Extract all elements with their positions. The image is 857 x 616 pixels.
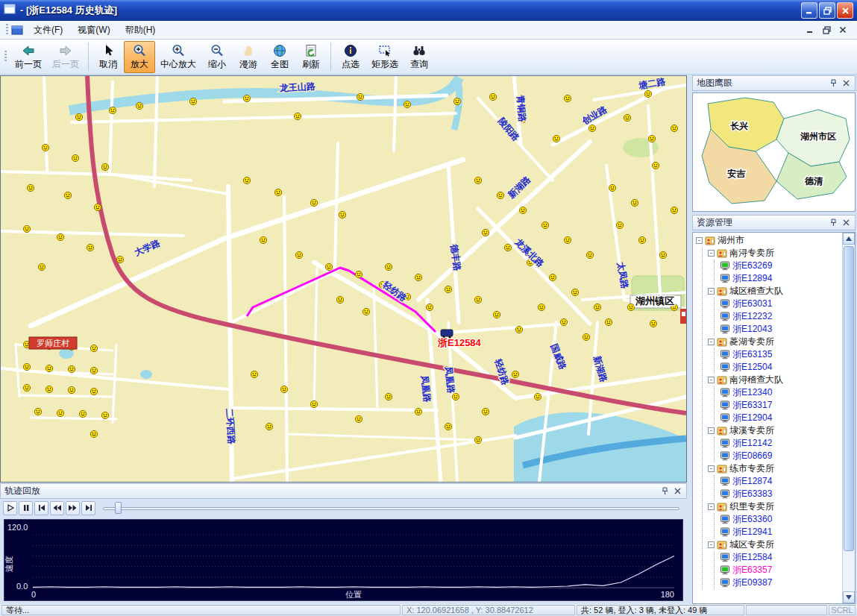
mdi-minimize-button[interactable] [803,24,817,36]
vehicle-marker[interactable] [650,320,656,327]
restore-button[interactable] [819,2,835,19]
tree-node-vehicle[interactable]: 浙E12043 [720,323,842,336]
close-icon[interactable] [841,78,851,89]
expand-toggle[interactable]: - [708,288,715,295]
vehicle-marker[interactable] [90,367,97,374]
scrollbar-track[interactable] [843,245,855,591]
vehicle-marker[interactable] [385,393,392,400]
mdi-close-button[interactable] [836,24,850,36]
vehicle-marker[interactable] [541,221,548,228]
vehicle-marker[interactable] [538,304,544,310]
vehicle-marker[interactable] [23,363,30,370]
toolbar-button-binoculars[interactable]: 查询 [404,41,435,73]
vehicle-marker[interactable] [631,199,638,206]
vehicle-marker[interactable] [493,311,500,318]
vehicle-marker[interactable] [260,236,266,243]
expand-toggle[interactable]: - [708,250,715,257]
tree-node-vehicle[interactable]: 浙E12340 [720,386,842,399]
tree-node-group[interactable]: -南浔专卖所 [708,247,842,260]
vehicle-marker[interactable] [564,95,571,101]
tree-node-group[interactable]: -练市专卖所 [708,462,842,475]
vehicle-marker[interactable] [474,296,481,303]
tree-node-vehicle[interactable]: 浙E12894 [720,272,842,285]
tree-node-group[interactable]: -织里专卖所 [708,500,842,513]
vehicle-marker[interactable] [116,256,123,263]
vehicle-marker[interactable] [109,107,116,113]
vehicle-marker[interactable] [627,304,634,310]
vehicle-marker[interactable] [280,386,287,392]
vehicle-marker[interactable] [57,409,63,416]
tree-node-vehicle[interactable]: 浙E12941 [720,526,842,538]
tree-node-group[interactable]: -城区专卖所 [708,538,842,551]
tree-node-vehicle[interactable]: 浙E12874 [720,475,842,488]
vehicle-marker[interactable] [243,95,250,101]
tree-node-group[interactable]: -埭溪专卖所 [708,424,842,437]
vehicle-marker[interactable] [357,93,363,100]
pin-icon[interactable] [828,78,838,89]
toolbar-button-globe[interactable]: 全图 [264,41,295,73]
vehicle-marker[interactable] [90,388,97,395]
vehicle-marker[interactable] [415,274,421,280]
vehicle-marker[interactable] [75,113,82,120]
vehicle-marker[interactable] [519,207,526,213]
vehicle-marker[interactable] [79,410,86,417]
scrollbar-thumb[interactable] [844,246,854,551]
toolbar-button-zoom-in[interactable]: 放大 [124,41,155,73]
slider-thumb[interactable] [115,502,122,514]
vehicle-marker[interactable] [549,274,556,280]
vehicle-marker[interactable] [355,271,362,277]
vehicle-marker[interactable] [564,236,571,243]
vehicle-marker[interactable] [652,162,659,169]
vehicle-marker[interactable] [560,318,567,325]
vehicle-marker[interactable] [616,221,623,228]
vehicle-marker[interactable] [474,436,481,443]
vehicle-marker[interactable] [671,207,677,213]
tree-scrollbar[interactable] [842,233,855,603]
vehicle-marker[interactable] [609,184,615,191]
expand-toggle[interactable]: - [708,465,715,472]
vehicle-marker[interactable] [638,236,645,243]
vehicle-marker[interactable] [72,154,78,161]
vehicle-marker[interactable] [534,393,541,400]
vehicle-marker[interactable] [45,365,52,371]
vehicle-marker[interactable] [497,192,503,198]
toolbar-button-zoom-out[interactable]: 缩小 [201,41,233,73]
rewind-button[interactable] [50,501,64,515]
vehicle-marker[interactable] [34,408,41,415]
vehicle-marker[interactable] [136,102,142,109]
tree-node-vehicle[interactable]: 浙E63360 [720,513,842,526]
vehicle-marker[interactable] [295,251,302,258]
vehicle-marker[interactable] [23,225,30,232]
vehicle-marker[interactable] [325,263,332,270]
toolbar-button-arrow-right[interactable]: 后一页 [47,41,84,73]
vehicle-marker[interactable] [57,233,63,240]
vehicle-marker[interactable] [310,199,317,206]
tree-node-vehicle[interactable]: 浙E12584 [720,551,842,564]
vehicle-marker[interactable] [452,393,459,400]
vehicle-marker[interactable] [482,229,489,236]
mdi-restore-button[interactable] [820,24,833,36]
tree-node-vehicle[interactable]: 浙E63031 [720,298,842,310]
vehicle-marker[interactable] [644,90,651,97]
vehicle-marker[interactable] [189,98,196,104]
menu-help[interactable]: 帮助(H) [118,22,163,39]
vehicle-marker[interactable] [266,423,272,430]
vehicle-marker[interactable] [251,371,257,377]
pin-icon[interactable] [659,486,670,497]
tree-node-vehicle[interactable]: 浙E63269 [720,260,842,272]
tree-node-vehicle[interactable]: 浙E63383 [720,488,842,500]
tree-node-vehicle[interactable]: 浙E12504 [720,361,842,374]
play-button[interactable] [3,501,17,515]
vehicle-marker[interactable] [648,135,655,142]
vehicle-marker[interactable] [583,333,589,340]
vehicle-marker[interactable] [243,177,250,183]
vehicle-marker[interactable] [64,192,71,198]
expand-toggle[interactable]: - [708,503,715,510]
tree-node-vehicle[interactable]: 浙E63135 [720,348,842,361]
vehicle-marker[interactable] [586,251,593,258]
vehicle-marker[interactable] [489,93,496,100]
minimize-button[interactable] [801,2,817,19]
vehicle-marker[interactable] [94,204,101,210]
tree-node-group[interactable]: -菱湖专卖所 [708,336,842,348]
vehicle-marker[interactable] [659,251,666,258]
